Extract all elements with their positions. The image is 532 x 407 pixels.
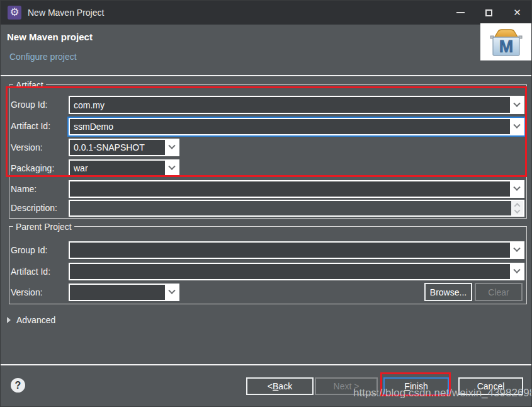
browse-button[interactable]: Browse...	[424, 283, 472, 301]
version-combo[interactable]: 0.0.1-SNAPSHOT	[69, 139, 179, 156]
chevron-down-icon[interactable]	[510, 243, 523, 258]
close-icon: ✕	[513, 7, 521, 18]
page-subtitle: Configure project	[9, 52, 77, 62]
title-bar: ⚙ New Maven Project ✕	[1, 1, 531, 25]
chevron-down-icon[interactable]	[165, 285, 178, 300]
artifact-id-combo[interactable]: ssmDemo	[69, 118, 524, 135]
footer-separator	[1, 364, 532, 365]
maximize-icon	[485, 9, 492, 16]
parent-version-label: Version:	[11, 287, 43, 297]
description-field[interactable]	[69, 200, 524, 217]
new-maven-project-dialog: ⚙ New Maven Project ✕ New Maven project …	[0, 0, 532, 407]
wizard-gear-icon: ⚙	[8, 6, 21, 20]
cancel-button[interactable]: Cancel	[458, 377, 523, 395]
page-title: New Maven project	[7, 32, 93, 42]
expander-arrow-icon	[7, 317, 11, 323]
chevron-down-icon[interactable]	[510, 97, 523, 113]
minimize-button[interactable]	[446, 1, 475, 25]
finish-button[interactable]: Finish	[383, 377, 449, 395]
window-title: New Maven Project	[28, 8, 446, 18]
chevron-down-icon	[514, 207, 521, 214]
close-button[interactable]: ✕	[503, 1, 531, 25]
chevron-down-icon[interactable]	[510, 119, 523, 134]
next-button[interactable]: Next >	[315, 377, 378, 395]
group-id-label: Group Id:	[11, 100, 47, 110]
scroll-spinner[interactable]	[511, 201, 523, 215]
clear-button[interactable]: Clear	[475, 283, 523, 301]
help-button[interactable]: ?	[11, 378, 25, 393]
parent-version-combo[interactable]	[69, 284, 179, 301]
version-label: Version:	[11, 142, 43, 152]
chevron-down-icon[interactable]	[510, 181, 523, 197]
advanced-label: Advanced	[16, 315, 55, 325]
parent-artifact-id-label: Artifact Id:	[11, 267, 50, 277]
group-id-combo[interactable]: com.my	[69, 96, 524, 114]
back-button[interactable]: < Back	[246, 377, 314, 395]
name-label: Name:	[11, 184, 37, 194]
maven-logo-icon: M	[480, 23, 531, 60]
maximize-button[interactable]	[475, 1, 503, 25]
chevron-down-icon[interactable]	[165, 140, 178, 155]
minimize-icon	[456, 12, 465, 13]
packaging-label: Packaging:	[11, 163, 54, 173]
svg-text:M: M	[499, 37, 513, 56]
packaging-combo[interactable]: war	[69, 159, 179, 177]
parent-artifact-id-combo[interactable]	[69, 263, 524, 280]
description-label: Description:	[11, 203, 57, 213]
artifact-id-label: Artifact Id:	[11, 121, 50, 131]
parent-group-id-label: Group Id:	[11, 245, 47, 255]
header-separator	[1, 75, 532, 76]
chevron-down-icon[interactable]	[165, 161, 178, 176]
chevron-down-icon[interactable]	[510, 264, 523, 279]
name-combo[interactable]	[69, 180, 524, 198]
parent-group-id-combo[interactable]	[69, 241, 524, 259]
parent-project-legend: Parent Project	[13, 222, 74, 232]
artifact-group-legend: Artifact	[13, 80, 46, 90]
advanced-expander[interactable]: Advanced	[7, 315, 55, 325]
